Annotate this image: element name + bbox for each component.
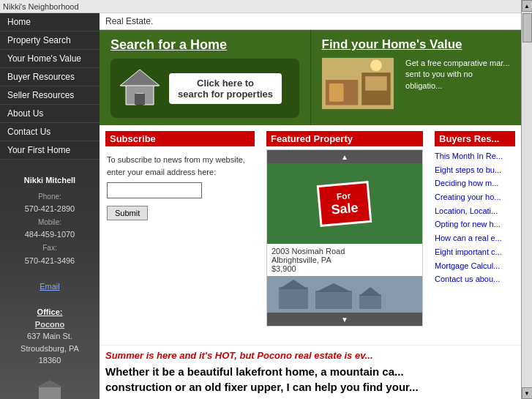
svg-rect-0: [39, 386, 61, 399]
buyers-link-5[interactable]: Opting for new h...: [435, 217, 515, 231]
featured-carousel: ▲ For Sale 2003 Nosimah Road Albrightsvi…: [266, 149, 423, 327]
scroll-up-arrow[interactable]: ▲: [522, 0, 533, 12]
sidebar-item-seller-resources[interactable]: Seller Resources: [0, 86, 100, 105]
sale-text: Sale: [331, 200, 359, 217]
home-value-section: Find your Home's Value: [310, 30, 522, 125]
sidebar-item-contact-us[interactable]: Contact Us: [0, 123, 100, 141]
property-thumbnail: [267, 276, 422, 313]
subscribe-header: Subscribe: [105, 131, 255, 146]
search-section: Search for a Home Click here to search f…: [100, 30, 310, 125]
svg-rect-9: [365, 76, 387, 91]
phone-label: Phone:: [38, 193, 61, 201]
featured-panel: Featured Property ▲ For Sale 2003 Nosima…: [261, 131, 429, 345]
svg-point-10: [370, 59, 382, 71]
buyers-link-0[interactable]: This Month In Re...: [435, 149, 515, 163]
property-price: $3,900: [271, 264, 418, 273]
green-banner: Search for a Home Click here to search f…: [100, 30, 521, 125]
sidebar-item-first-home[interactable]: Your First Home: [0, 141, 100, 160]
sidebar-item-property-search[interactable]: Property Search: [0, 31, 100, 50]
buyers-link-7[interactable]: Eight important c...: [435, 245, 515, 259]
buyers-link-4[interactable]: Location, Locati...: [435, 204, 515, 218]
sidebar-item-buyer-resources[interactable]: Buyer Resources: [0, 68, 100, 86]
title-text: Nikki's Neighborhood: [3, 2, 79, 11]
fax-label: Fax:: [42, 244, 56, 252]
fax-number: 570-421-3496: [7, 255, 92, 268]
svg-rect-4: [135, 94, 145, 105]
svg-rect-8: [329, 83, 343, 102]
property-address2: Albrightsville, PA: [271, 256, 418, 264]
subscribe-body: To subscribe to news from my website, en…: [105, 151, 255, 223]
carousel-up-arrow[interactable]: ▲: [267, 150, 422, 163]
mobile-number: 484-459-1070: [7, 228, 92, 242]
search-title: Search for a Home: [110, 37, 299, 53]
office-address1: 637 Main St.: [27, 332, 72, 340]
buyers-panel: Buyers Res... This Month In Re... Eight …: [429, 131, 521, 345]
phone-number: 570-421-2890: [7, 203, 92, 216]
scroll-down-arrow[interactable]: ▼: [522, 387, 533, 399]
mobile-label: Mobile:: [38, 218, 61, 226]
office-name: Pocono: [35, 320, 64, 329]
sidebar-item-about-us[interactable]: About Us: [0, 105, 100, 123]
search-link-button[interactable]: Click here to search for properties: [169, 73, 282, 104]
submit-button[interactable]: Submit: [107, 206, 148, 220]
buyers-link-6[interactable]: How can a real e...: [435, 231, 515, 245]
home-value-title: Find your Home's Value: [322, 37, 511, 52]
sidebar-contact: Nikki Mitchell Phone: 570-421-2890 Mobil…: [0, 167, 100, 300]
scrollbar[interactable]: ▲ ▼: [521, 0, 532, 399]
sidebar-item-home[interactable]: Home: [0, 13, 100, 31]
carousel-down-arrow[interactable]: ▼: [267, 313, 422, 326]
buyers-links: This Month In Re... Eight steps to bu...…: [435, 149, 515, 286]
buyers-link-8[interactable]: Mortgage Calcul...: [435, 259, 515, 273]
buyers-header: Buyers Res...: [435, 131, 515, 146]
sidebar: Home Property Search Your Home's Value B…: [0, 13, 100, 399]
scroll-thumb[interactable]: [522, 13, 532, 42]
office-address2: Stroudsburg, PA: [20, 344, 79, 353]
subscribe-panel: Subscribe To subscribe to news from my w…: [100, 131, 261, 345]
svg-marker-1: [37, 380, 63, 387]
buyers-link-9[interactable]: Contact us abou...: [435, 272, 515, 286]
featured-header: Featured Property: [266, 131, 423, 146]
content-area: Real Estate. Search for a Home: [100, 13, 521, 399]
house-icon: [118, 67, 162, 111]
title-bar: Nikki's Neighborhood: [0, 0, 532, 13]
middle-row: Subscribe To subscribe to news from my w…: [100, 125, 521, 345]
header-text: Real Estate.: [105, 16, 153, 26]
sidebar-logo: [0, 373, 100, 399]
bottom-text: Summer is here and it's HOT, but Pocono …: [100, 345, 521, 399]
main-pitch: Whether it be a beautiful lakefront home…: [105, 364, 515, 395]
home-value-image: [322, 58, 394, 109]
property-image: For Sale: [267, 163, 422, 244]
office-address3: 18360: [39, 356, 61, 365]
property-info: 2003 Nosimah Road Albrightsville, PA $3,…: [267, 244, 422, 276]
svg-rect-12: [279, 287, 308, 309]
buyers-link-2[interactable]: Deciding how m...: [435, 176, 515, 190]
sidebar-office: Office: Pocono 637 Main St. Stroudsburg,…: [0, 300, 100, 373]
search-box: Click here to search for properties: [110, 59, 299, 118]
email-input[interactable]: [107, 182, 202, 198]
buyers-link-3[interactable]: Creating your ho...: [435, 190, 515, 204]
home-value-desc: Get a free comparative mar... sent to yo…: [405, 58, 510, 92]
office-label: Office:: [37, 307, 63, 316]
svg-rect-16: [359, 294, 381, 309]
buyers-link-1[interactable]: Eight steps to bu...: [435, 163, 515, 177]
email-link[interactable]: Email: [40, 282, 60, 291]
agent-name: Nikki Mitchell: [7, 174, 92, 187]
summer-text: Summer is here and it's HOT, but Pocono …: [105, 350, 515, 361]
subscribe-text: To subscribe to news from my website, en…: [107, 155, 245, 176]
property-address1: 2003 Nosimah Road: [271, 247, 418, 256]
svg-rect-14: [315, 291, 352, 309]
for-sale-sign: For Sale: [317, 181, 372, 227]
header-strip: Real Estate.: [100, 13, 521, 30]
sidebar-nav: Home Property Search Your Home's Value B…: [0, 13, 100, 160]
svg-marker-3: [120, 70, 160, 86]
sidebar-item-home-value[interactable]: Your Home's Value: [0, 50, 100, 68]
